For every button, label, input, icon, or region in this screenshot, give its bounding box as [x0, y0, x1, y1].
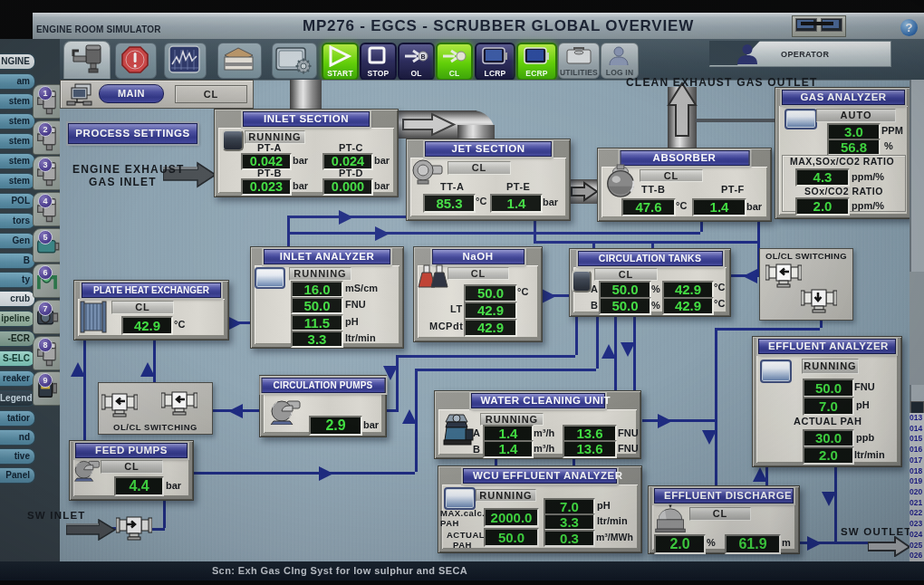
svg-text:B: B — [420, 53, 425, 60]
